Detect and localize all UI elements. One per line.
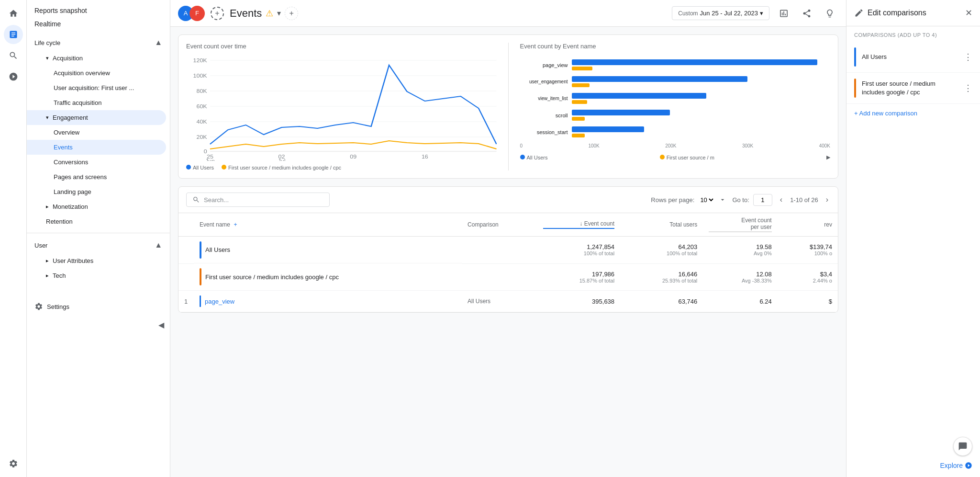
- home-nav-icon[interactable]: [4, 4, 23, 23]
- user-attributes-section[interactable]: ▸ User Attributes: [27, 253, 170, 268]
- top-bar: A F + Events ⚠ ▾ + Custom Jun 25 - Jul 2…: [170, 0, 846, 27]
- search-input[interactable]: Search...: [186, 193, 330, 207]
- search-placeholder: Search...: [204, 196, 229, 204]
- overview-nav[interactable]: Overview: [27, 125, 170, 140]
- events-dropdown-btn[interactable]: ▾: [277, 9, 281, 18]
- edit-comparisons-header: Edit comparisons ✕: [846, 0, 980, 26]
- events-nav[interactable]: Events: [27, 140, 166, 155]
- add-events-btn[interactable]: +: [285, 7, 298, 20]
- traffic-acquisition-nav[interactable]: Traffic acquisition: [27, 95, 170, 110]
- all-users-per-user: 19.58: [709, 243, 771, 250]
- all-users-total-users: 64,203: [626, 243, 697, 250]
- svg-text:Jun: Jun: [205, 159, 215, 161]
- bar-row-user-engagement: user_engagement: [520, 76, 831, 87]
- close-edit-comparisons-btn[interactable]: ✕: [965, 8, 972, 18]
- comparisons-label: COMPARISONS (ADD UP TO 4): [846, 26, 980, 42]
- analytics-nav-icon[interactable]: [4, 25, 23, 44]
- page-view-link[interactable]: page_view: [205, 298, 234, 305]
- lifecycle-collapse-icon[interactable]: ▲: [155, 38, 162, 47]
- event-name-col-header[interactable]: Event name +: [194, 213, 462, 237]
- row-num-col-header: [178, 213, 194, 237]
- goto-input[interactable]: [753, 194, 772, 206]
- line-chart-area: 120K 100K 80K 60K 40K 20K 0: [186, 56, 497, 161]
- first-user-source-row: First user source / medium includes goog…: [178, 263, 838, 291]
- user-attributes-label: User Attributes: [53, 257, 93, 264]
- settings-nav[interactable]: Settings: [27, 298, 170, 315]
- first-user-comparison-menu-btn[interactable]: ⋮: [964, 83, 972, 93]
- settings-icon-sidebar[interactable]: [4, 454, 23, 473]
- explore-label: Explore: [940, 462, 963, 469]
- all-users-color-bar: [200, 241, 201, 259]
- first-user-color-bar: [200, 268, 201, 285]
- bar-row-session-start: session_start: [520, 126, 831, 137]
- avatar-f: F: [189, 6, 205, 21]
- pages-screens-nav[interactable]: Pages and screens: [27, 170, 170, 184]
- reports-snapshot-nav[interactable]: Reports snapshot: [27, 4, 170, 17]
- first-user-comparison-item: First user source / medium includes goog…: [846, 73, 980, 104]
- line-chart-legend: All Users First user source / medium inc…: [186, 165, 497, 170]
- total-users-col-header[interactable]: Total users: [620, 213, 703, 237]
- all-users-comparison-menu-btn[interactable]: ⋮: [964, 52, 972, 62]
- all-users-label: All Users: [205, 246, 230, 253]
- revenue-col-header[interactable]: rev: [778, 213, 838, 237]
- svg-text:09: 09: [350, 154, 356, 159]
- share-btn[interactable]: [798, 5, 815, 22]
- svg-text:Jul: Jul: [278, 159, 286, 161]
- lifecycle-label: Life cycle: [34, 39, 60, 46]
- retention-label: Retention: [46, 218, 73, 225]
- date-dropdown-icon: ▾: [760, 10, 763, 17]
- acquisition-overview-nav[interactable]: Acquisition overview: [27, 66, 170, 80]
- page-title: Events ⚠ ▾ +: [230, 7, 298, 20]
- first-user-per-user: 12.08: [709, 271, 771, 278]
- nav-collapse-btn[interactable]: ◀: [156, 318, 166, 331]
- bar-chart-next-icon[interactable]: ▶: [826, 154, 830, 160]
- date-range-text: Jun 25 - Jul 22, 2023: [700, 10, 758, 17]
- user-section-collapse-icon[interactable]: ▲: [155, 241, 162, 250]
- advertising-nav-icon[interactable]: [4, 67, 23, 86]
- bar-chart-title: Event count by Event name: [520, 43, 831, 50]
- landing-page-nav[interactable]: Landing page: [27, 184, 170, 199]
- chart-view-btn[interactable]: [775, 5, 792, 22]
- first-user-total-users: 16,646: [626, 271, 697, 278]
- add-comparison-button[interactable]: + Add new comparison: [846, 104, 980, 123]
- monetization-expand-icon: ▸: [46, 204, 49, 210]
- svg-text:40K: 40K: [196, 119, 207, 125]
- rows-per-page-control: Rows per page: 10 25 50: [651, 196, 726, 204]
- monetization-section[interactable]: ▸ Monetization: [27, 199, 170, 214]
- realtime-nav[interactable]: Realtime: [27, 17, 170, 31]
- tech-label: Tech: [53, 272, 66, 279]
- feedback-button[interactable]: [953, 437, 972, 456]
- user-acquisition-nav[interactable]: User acquisition: First user ...: [27, 80, 170, 95]
- add-user-button[interactable]: +: [211, 7, 224, 20]
- retention-section[interactable]: Retention: [27, 214, 170, 229]
- insights-btn[interactable]: [821, 5, 838, 22]
- svg-text:60K: 60K: [196, 104, 207, 109]
- bar-chart-section: Event count by Event name page_view: [520, 43, 831, 170]
- event-count-per-user-col-header[interactable]: Event count per user: [703, 213, 777, 237]
- explore-button[interactable]: Explore: [854, 462, 972, 469]
- table-body: All Users 1,247,854 100% of total 64,203…: [178, 237, 838, 312]
- acquisition-expand-icon: ▾: [46, 55, 49, 61]
- next-page-btn[interactable]: ›: [824, 193, 830, 206]
- tech-section[interactable]: ▸ Tech: [27, 268, 170, 283]
- edit-comparisons-title: Edit comparisons: [868, 9, 926, 17]
- acquisition-label: Acquisition: [53, 55, 83, 62]
- date-range-selector[interactable]: Custom Jun 25 - Jul 22, 2023 ▾: [672, 6, 769, 20]
- monetization-label: Monetization: [53, 203, 88, 210]
- rows-per-page-select[interactable]: 10 25 50: [698, 196, 715, 204]
- event-count-col-header[interactable]: ↓ Event count: [537, 213, 620, 237]
- search-nav-icon[interactable]: [4, 46, 23, 65]
- all-users-revenue: $139,74: [783, 243, 832, 250]
- content-area: Event count over time 120K: [170, 27, 846, 477]
- add-event-name-btn[interactable]: +: [234, 221, 237, 228]
- acquisition-section[interactable]: ▾ Acquisition: [27, 51, 170, 66]
- engagement-label: Engagement: [53, 114, 88, 121]
- icon-sidebar: [0, 0, 27, 477]
- page-view-per-user: 6.24: [703, 291, 777, 312]
- conversions-nav[interactable]: Conversions: [27, 155, 170, 170]
- page-view-total-users: 63,746: [620, 291, 703, 312]
- prev-page-btn[interactable]: ‹: [778, 193, 784, 206]
- first-user-source-label: First user source / medium includes goog…: [205, 273, 339, 281]
- engagement-section[interactable]: ▾ Engagement: [27, 110, 166, 125]
- bar-chart-axis: 0100K200K300K400K: [520, 143, 831, 148]
